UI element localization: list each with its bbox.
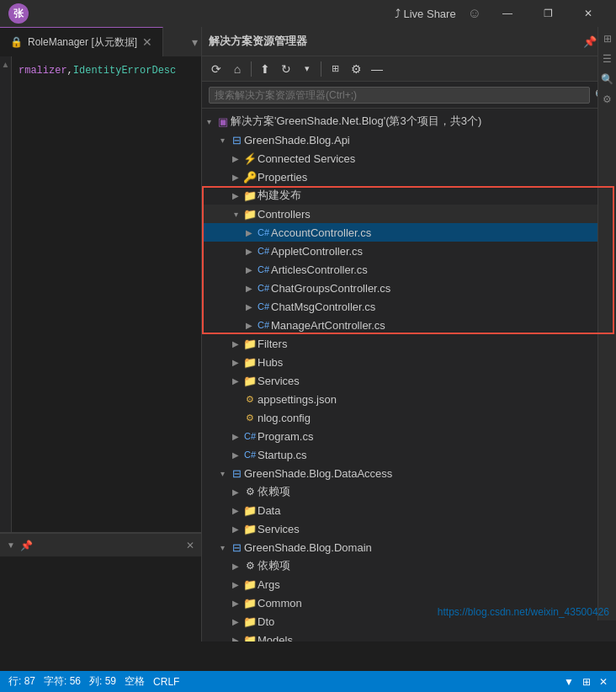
expander-common[interactable]: ▶ (229, 599, 242, 608)
status-chevron[interactable]: ▼ (564, 676, 574, 688)
status-line[interactable]: 行: 87 (8, 674, 35, 689)
expander-program[interactable]: ▶ (229, 432, 242, 441)
folder-icon-common: 📁 (242, 597, 258, 609)
status-space[interactable]: 空格 (125, 674, 145, 689)
minimize-button[interactable]: — (488, 0, 527, 27)
tree-project-domain[interactable]: ▾ ⊟ GreenShade.Blog.Domain (202, 538, 616, 556)
tree-program[interactable]: ▶ C# Program.cs (202, 427, 616, 445)
expander-data-da[interactable]: ▶ (229, 506, 242, 515)
expander-applet[interactable]: ▶ (242, 247, 256, 256)
tree-deps-da[interactable]: ▶ ⚙ 依赖项 (202, 482, 616, 501)
tree-data-da[interactable]: ▶ 📁 Data (202, 501, 616, 519)
activity-icon-2[interactable]: ☰ (599, 51, 616, 67)
tree-services-api[interactable]: ▶ 📁 Services (202, 371, 616, 390)
tree-hubs[interactable]: ▶ 📁 Hubs (202, 353, 616, 371)
activity-icon-3[interactable]: 🔍 (599, 71, 616, 88)
expander-api[interactable]: ▾ (215, 136, 229, 145)
tree-startup[interactable]: ▶ C# Startup.cs (202, 445, 616, 464)
expander-connected[interactable]: ▶ (229, 154, 242, 163)
expander-deps-da[interactable]: ▶ (229, 487, 242, 497)
expander-build[interactable]: ▶ (229, 191, 242, 200)
tree-solution-root[interactable]: ▾ ▣ 解决方案'GreenShade.Net.Blog'(第3个项目，共3个) (202, 112, 616, 130)
expander-chatmsg[interactable]: ▶ (242, 302, 256, 311)
panel-close-icon[interactable]: ✕ (186, 540, 194, 551)
expander-properties[interactable]: ▶ (229, 173, 242, 182)
tree-build[interactable]: ▶ 📁 构建发布 (202, 186, 616, 205)
status-right: ▼ ⊞ ✕ (564, 676, 608, 688)
tree-filters[interactable]: ▶ 📁 Filters (202, 334, 616, 353)
status-grid[interactable]: ⊞ (582, 676, 591, 688)
expander-services-da[interactable]: ▶ (229, 524, 242, 534)
tree-services-da[interactable]: ▶ 📁 Services (202, 519, 616, 538)
project-api-label: GreenShade.Blog.Api (244, 134, 609, 146)
collapse-button[interactable]: — (368, 60, 386, 78)
panel-chevron[interactable]: ▼ (7, 540, 15, 550)
expander-dto[interactable]: ▶ (229, 617, 242, 626)
expander-nlog: ▶ (229, 413, 242, 423)
tree-args[interactable]: ▶ 📁 Args (202, 575, 616, 594)
expander-account[interactable]: ▶ (242, 228, 256, 237)
solution-tree[interactable]: ▾ ▣ 解决方案'GreenShade.Net.Blog'(第3个项目，共3个)… (202, 109, 616, 641)
code-text: rmalizer (19, 65, 67, 77)
refresh-button[interactable]: ↻ (277, 60, 295, 78)
status-encoding[interactable]: CRLF (153, 676, 179, 688)
folder-icon-services-da: 📁 (242, 523, 258, 535)
tree-properties[interactable]: ▶ 🔑 Properties (202, 168, 616, 186)
tree-applet-controller[interactable]: ▶ C# AppletController.cs (202, 242, 616, 260)
sync-button[interactable]: ⟳ (207, 60, 226, 78)
tree-manageart-controller[interactable]: ▶ C# ManageArtController.cs (202, 316, 616, 334)
connected-icon: ⚡ (242, 152, 258, 165)
tree-deps-domain[interactable]: ▶ ⚙ 依赖项 (202, 556, 616, 575)
tree-appsettings[interactable]: ▶ ⚙ appsettings.json (202, 390, 616, 408)
scroll-up-arrow[interactable]: ▲ (0, 58, 12, 70)
tree-chatgroups-controller[interactable]: ▶ C# ChatGroupsController.cs (202, 279, 616, 297)
expander-controllers[interactable]: ▾ (229, 210, 242, 219)
tree-models[interactable]: ▶ 📁 Models (202, 631, 616, 641)
expander-filters[interactable]: ▶ (229, 339, 242, 349)
activity-icon-1[interactable]: ⊞ (599, 30, 616, 47)
maximize-button[interactable]: ❐ (528, 0, 567, 27)
tree-nlog[interactable]: ▶ ⚙ nlog.config (202, 408, 616, 427)
deps-icon-da: ⚙ (242, 486, 258, 498)
status-char[interactable]: 字符: 56 (44, 674, 81, 689)
status-col[interactable]: 列: 59 (89, 674, 116, 689)
editor-tab[interactable]: 🔒 RoleManager [从元数据] ✕ (0, 27, 163, 56)
tree-project-api[interactable]: ▾ ⊟ GreenShade.Blog.Api (202, 130, 616, 149)
expander-hubs[interactable]: ▶ (229, 358, 242, 367)
feedback-icon[interactable]: ☺ (468, 6, 481, 21)
filter-button[interactable]: ▾ (298, 60, 316, 78)
live-share-button[interactable]: ⤴ Live Share (390, 5, 461, 22)
panel-pin-icon[interactable]: 📌 (20, 540, 33, 551)
home-button[interactable]: ⌂ (228, 60, 247, 78)
tree-connected-services[interactable]: ▶ ⚡ Connected Services (202, 149, 616, 168)
se-pin-icon[interactable]: 📌 (583, 35, 597, 48)
tree-articles-controller[interactable]: ▶ C# ArticlesController.cs (202, 260, 616, 279)
expander-dataaccess[interactable]: ▾ (215, 469, 229, 478)
tree-chatmsg-controller[interactable]: ▶ C# ChatMsgController.cs (202, 297, 616, 316)
expander-models[interactable]: ▶ (229, 636, 242, 642)
cs-icon-applet: C# (256, 246, 271, 256)
program-label: Program.cs (258, 430, 609, 443)
settings-button[interactable]: ⚙ (347, 60, 365, 78)
tab-close-button[interactable]: ✕ (142, 35, 152, 49)
args-label: Args (258, 578, 609, 591)
up-button[interactable]: ⬆ (256, 60, 274, 78)
expander-chatgroups[interactable]: ▶ (242, 284, 256, 293)
expander-services-api[interactable]: ▶ (229, 376, 242, 386)
tree-project-dataaccess[interactable]: ▾ ⊟ GreenShade.Blog.DataAccess (202, 464, 616, 482)
title-bar-controls: — ❐ ✕ (488, 0, 608, 27)
activity-icon-4[interactable]: ⚙ (599, 91, 616, 108)
expander-startup[interactable]: ▶ (229, 450, 242, 460)
expander-articles[interactable]: ▶ (242, 265, 256, 274)
expander-args[interactable]: ▶ (229, 580, 242, 589)
expander-domain[interactable]: ▾ (215, 543, 229, 552)
close-button[interactable]: ✕ (569, 0, 608, 27)
expander-manageart[interactable]: ▶ (242, 321, 256, 330)
search-input[interactable] (209, 87, 590, 104)
tree-account-controller[interactable]: ▶ C# AccountController.cs (202, 223, 616, 242)
tab-chevron-icon[interactable]: ▾ (192, 35, 198, 49)
tree-controllers[interactable]: ▾ 📁 Controllers (202, 205, 616, 223)
view-button[interactable]: ⊞ (326, 60, 344, 78)
status-close[interactable]: ✕ (599, 676, 608, 688)
expander-deps-domain[interactable]: ▶ (229, 562, 242, 571)
